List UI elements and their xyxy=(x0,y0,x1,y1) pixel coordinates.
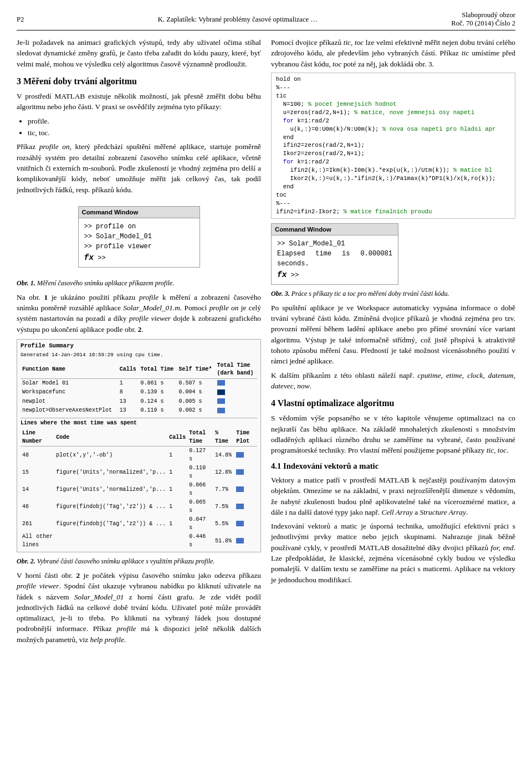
section4-title: 4 Vlastní optimalizace algoritmu xyxy=(271,397,515,409)
profile-summary-title: Profile Summary xyxy=(21,342,257,350)
section41-p1: Vektory a matice patří v prostředí MATLA… xyxy=(271,475,515,517)
table-row: 14 figure('Units','normalized','p... 1 0… xyxy=(21,481,257,498)
page-number: P2 xyxy=(17,16,24,24)
fn-name: newplot xyxy=(21,397,118,407)
section3-title: 3 Měření doby trvání algoritmu xyxy=(17,75,261,88)
obr2-text: V horní části obr. 2 je počátek výpisu č… xyxy=(17,570,261,645)
bullet-profile: profile. xyxy=(28,116,261,126)
table-row: 46 figure(findobj('Tag','z2')) & ... 1 0… xyxy=(21,498,257,515)
cmd-line-r2: Elapsed time is 0.000081 seconds. xyxy=(277,249,392,269)
col-time-plot: Time Plot xyxy=(234,429,257,447)
col-calls2: Calls xyxy=(167,429,187,447)
cmd-title-right: Command Window xyxy=(272,224,398,235)
col-function-name: Function Name xyxy=(21,361,118,379)
cmd-body-right: >> Solar_Model_01 Elapsed time is 0.0000… xyxy=(272,235,398,284)
table-row: 15 figure('Units','normalized','p... 1 0… xyxy=(21,464,257,481)
intro-paragraph-left: Je-li požadavek na animaci grafických vý… xyxy=(17,37,261,69)
obr2-caption: Obr. 2. Vybrané části časového snímku ap… xyxy=(17,557,261,566)
section41-title: 4.1 Indexování vektorů a matic xyxy=(271,460,515,472)
page-header: P2 K. Zaplatílek: Vybrané problémy časov… xyxy=(17,11,515,30)
matlab-code-block: hold on %--- tic N=100; % pocet jemnejsi… xyxy=(271,73,515,219)
fn-name: newplot>ObserveAxesNextPlot xyxy=(21,406,118,416)
col-total-time2: Total Time xyxy=(187,429,213,447)
obr1-caption: Obr. 1. Měření časového snímku aplikace … xyxy=(17,279,261,288)
profile-summary-box: Profile Summary Generated 14-Jan-2014 10… xyxy=(17,339,261,552)
cmd-title-1: Command Window xyxy=(79,207,200,218)
fn-name: Solar Model 01 xyxy=(21,378,118,388)
cmd-body-1: >> profile on >> Solar_Model_01 >> profi… xyxy=(79,218,200,267)
lines-section-title: Lines where the most time was spent xyxy=(21,418,257,428)
cmd-prompt-1: fx >> xyxy=(84,252,194,264)
section3-p1: V prostředí MATLAB existuje několik možn… xyxy=(17,91,261,112)
workspace-text: Po spuštění aplikace je ve Workspace aut… xyxy=(271,302,515,367)
workspace-text2: K dalším příkazům z této oblasti náleží … xyxy=(271,370,515,392)
profile-table-top: Function Name Calls Total Time Self Time… xyxy=(21,361,257,416)
col-self-time: Self Time* xyxy=(177,361,216,379)
col-pct-time: % Time xyxy=(213,429,234,447)
section3-p2: Příkaz profile on, který předchází spušt… xyxy=(17,141,261,195)
bullet-list: profile. tic, toc. xyxy=(28,116,261,139)
cmd-prompt-right: fx >> xyxy=(277,269,392,281)
profile-generated: Generated 14-Jan-2014 10:59:29 using cpu… xyxy=(21,351,257,359)
table-row: Solar Model 01 1 0.861 s 0.507 s xyxy=(21,378,257,388)
obr1-text: Na obr. 1 je ukázáno použití příkazu pro… xyxy=(17,292,261,335)
left-column: Je-li požadavek na animaci grafických vý… xyxy=(17,37,261,648)
col-total-time-band: Total Time(dark band) xyxy=(216,361,257,379)
journal-info: Slaboproudý obzorRoč. 70 (2014) Číslo 2 xyxy=(451,11,515,28)
cmd-window-1: Command Window >> profile on >> Solar_Mo… xyxy=(78,206,200,268)
right-column: Pomocí dvojice příkazů tic, toc lze velm… xyxy=(271,37,515,648)
table-row: Workspacefunc 8 0.139 s 0.004 s xyxy=(21,388,257,397)
intro-paragraph-right: Pomocí dvojice příkazů tic, toc lze velm… xyxy=(271,37,515,69)
table-row: All other lines 0.446 s 51.8% xyxy=(21,532,257,550)
col-line-number: Line Number xyxy=(21,429,54,447)
table-row: newplot>ObserveAxesNextPlot 13 0.119 s 0… xyxy=(21,406,257,416)
cmd-line-r1: >> Solar_Model_01 xyxy=(277,239,392,249)
section41-p2: Indexování vektorů a matic je úsporná te… xyxy=(271,521,515,585)
cmd-window-right: Command Window >> Solar_Model_01 Elapsed… xyxy=(271,223,398,285)
table-row: newplot 13 0.124 s 0.005 s xyxy=(21,397,257,407)
bullet-tictoc: tic, toc. xyxy=(28,127,261,138)
fn-name: Workspacefunc xyxy=(21,388,118,397)
table-row: 261 figure(findobj('Tag','z2')) & ... 1 … xyxy=(21,515,257,532)
article-title: K. Zaplatílek: Vybrané problémy časové o… xyxy=(158,16,318,24)
profile-table-lines: Line Number Code Calls Total Time % Time… xyxy=(21,429,257,550)
cmd-line-3: >> profile viewer xyxy=(84,242,194,252)
col-calls: Calls xyxy=(118,361,139,379)
obr3-caption: Obr. 3. Práce s příkazy tic a toc pro mě… xyxy=(271,289,515,299)
figure3-container: Command Window >> Solar_Model_01 Elapsed… xyxy=(271,223,515,285)
col-total-time: Total Time xyxy=(139,361,177,379)
cmd-line-2: >> Solar_Model_01 xyxy=(84,232,194,242)
table-row: 48 plot(x',y','-ob') 1 0.127 s 14.8% xyxy=(21,447,257,464)
cmd-line-1: >> profile on xyxy=(84,222,194,232)
section4-p1: S vědomím výše popsaného se v této kapit… xyxy=(271,413,515,455)
main-content: Je-li požadavek na animaci grafických vý… xyxy=(17,37,515,648)
col-code: Code xyxy=(54,429,167,447)
figure1-container: Command Window >> profile on >> Solar_Mo… xyxy=(17,201,261,273)
